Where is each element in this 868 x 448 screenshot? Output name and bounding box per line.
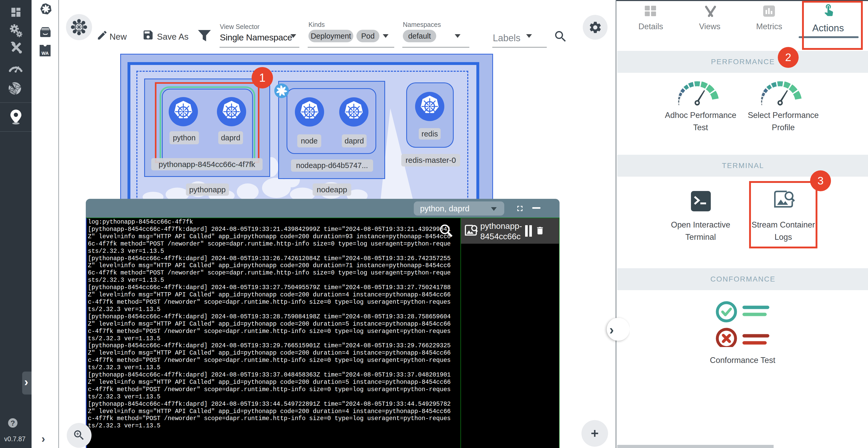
svg-text:WA: WA xyxy=(41,51,49,56)
